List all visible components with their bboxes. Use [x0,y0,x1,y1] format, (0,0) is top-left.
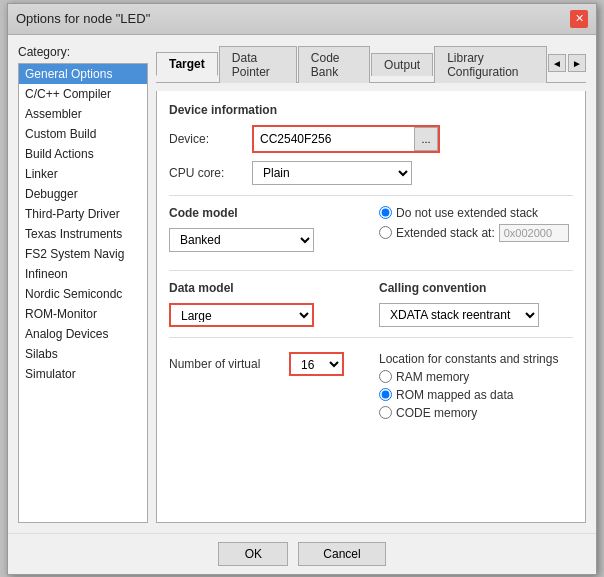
category-item-nordic[interactable]: Nordic Semicondc [19,284,147,304]
category-item-rom[interactable]: ROM-Monitor [19,304,147,324]
cpu-core-select[interactable]: Plain [252,161,412,185]
category-list: General Options C/C++ Compiler Assembler… [18,63,148,523]
category-item-infineon[interactable]: Infineon [19,264,147,284]
tab-library-config[interactable]: Library Configuration [434,46,547,83]
ram-radio[interactable] [379,370,392,383]
virtual-input-group: 16 8 32 64 [289,352,344,376]
stack-radio-group: Do not use extended stack Extended stack… [379,206,573,242]
category-item-debugger[interactable]: Debugger [19,184,147,204]
category-item-cpp-compiler[interactable]: C/C++ Compiler [19,84,147,104]
device-row: Device: ... [169,125,573,153]
virtual-col: Number of virtual 16 8 32 64 [169,348,363,420]
tab-next-button[interactable]: ► [568,54,586,72]
close-button[interactable]: ✕ [570,10,588,28]
category-item-analog[interactable]: Analog Devices [19,324,147,344]
code-radio-item: CODE memory [379,406,573,420]
data-model-title: Data model [169,281,363,295]
device-browse-button[interactable]: ... [414,127,438,151]
options-dialog: Options for node "LED" ✕ Category: Gener… [7,3,597,575]
code-model-title: Code model [169,206,363,220]
device-input-group: ... [252,125,440,153]
calling-conv-title: Calling convention [379,281,573,295]
stack-addr-input[interactable] [499,224,569,242]
code-radio[interactable] [379,406,392,419]
stack-label-2: Extended stack at: [396,226,495,240]
category-item-general-options[interactable]: General Options [19,64,147,84]
category-item-assembler[interactable]: Assembler [19,104,147,124]
tab-output[interactable]: Output [371,53,433,76]
device-info-title: Device information [169,103,573,117]
category-item-ti[interactable]: Texas Instruments [19,224,147,244]
constants-col: Location for constants and strings RAM m… [379,352,573,420]
title-bar: Options for node "LED" ✕ [8,4,596,35]
category-item-linker[interactable]: Linker [19,164,147,184]
category-item-silabs[interactable]: Silabs [19,344,147,364]
tab-code-bank[interactable]: Code Bank [298,46,370,83]
tab-target[interactable]: Target [156,52,218,76]
ram-radio-item: RAM memory [379,370,573,384]
rom-radio-item: ROM mapped as data [379,388,573,402]
data-model-select[interactable]: Large [169,303,314,327]
tab-prev-button[interactable]: ◄ [548,54,566,72]
dialog-body: Category: General Options C/C++ Compiler… [8,35,596,533]
virtual-count-select[interactable]: 16 8 32 64 [289,352,344,376]
category-item-fs2[interactable]: FS2 System Navig [19,244,147,264]
dialog-footer: OK Cancel [8,533,596,574]
code-model-select[interactable]: Banked [169,228,314,252]
stack-radio-1[interactable] [379,206,392,219]
category-item-custom-build[interactable]: Custom Build [19,124,147,144]
virtual-constants-section: Number of virtual 16 8 32 64 [169,348,573,420]
cpu-core-row: CPU core: Plain [169,161,573,185]
ok-button[interactable]: OK [218,542,288,566]
rom-radio[interactable] [379,388,392,401]
constants-title: Location for constants and strings [379,352,573,366]
stack-label-1: Do not use extended stack [396,206,538,220]
tabs-bar: Target Data Pointer Code Bank Output Lib… [156,45,586,83]
stack-radio-item-2: Extended stack at: [379,224,573,242]
content-panel: Target Data Pointer Code Bank Output Lib… [156,45,586,523]
category-item-simulator[interactable]: Simulator [19,364,147,384]
tab-content-target: Device information Device: ... CPU core:… [156,91,586,523]
ram-label: RAM memory [396,370,469,384]
device-label: Device: [169,132,244,146]
tab-nav: ◄ ► [548,54,586,72]
stack-radio-2[interactable] [379,226,392,239]
cpu-core-label: CPU core: [169,166,244,180]
left-col: Code model Banked [169,206,363,260]
category-item-third-party[interactable]: Third-Party Driver [19,204,147,224]
data-model-col: Data model Large [169,281,363,327]
dialog-title: Options for node "LED" [16,11,150,26]
calling-conv-col: Calling convention XDATA stack reentrant [379,281,573,327]
virtual-label: Number of virtual [169,357,289,371]
data-model-section: Data model Large Calling convention XDAT… [169,281,573,327]
constants-radio-group: RAM memory ROM mapped as data CODE memor… [379,370,573,420]
category-panel: Category: General Options C/C++ Compiler… [18,45,148,523]
category-item-build-actions[interactable]: Build Actions [19,144,147,164]
right-col: Do not use extended stack Extended stack… [379,206,573,260]
calling-conv-select[interactable]: XDATA stack reentrant [379,303,539,327]
rom-label: ROM mapped as data [396,388,513,402]
category-label: Category: [18,45,148,59]
cancel-button[interactable]: Cancel [298,542,385,566]
code-label: CODE memory [396,406,477,420]
two-col-section: Code model Banked Do not use ext [169,206,573,260]
tab-data-pointer[interactable]: Data Pointer [219,46,297,83]
code-model-row: Banked [169,228,363,252]
stack-radio-item-1: Do not use extended stack [379,206,573,220]
device-input[interactable] [254,129,414,149]
virtual-row: Number of virtual 16 8 32 64 [169,352,363,376]
